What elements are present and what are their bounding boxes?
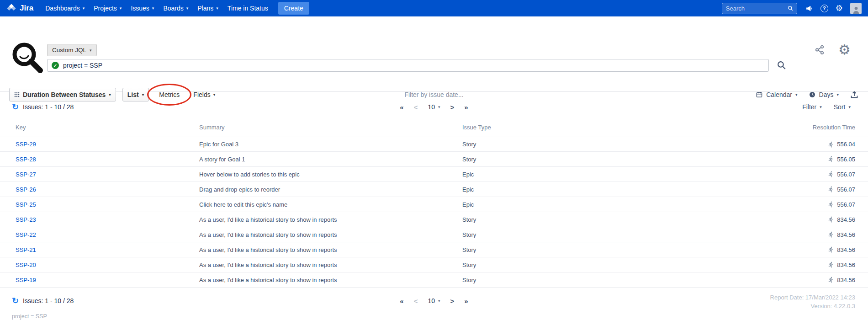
issue-key-link[interactable]: SSP-28 bbox=[16, 156, 36, 163]
settings-gear-icon[interactable]: ⚙ bbox=[838, 43, 851, 57]
toolbar-right-group: Calendar ▾ Days ▾ bbox=[756, 90, 859, 99]
help-icon[interactable]: ? bbox=[820, 5, 828, 12]
page-size-dropdown[interactable]: 10 ▾ bbox=[428, 297, 440, 304]
issue-summary: As a user, I'd like a historical story t… bbox=[199, 277, 462, 283]
fields-dropdown[interactable]: Fields ▾ bbox=[190, 88, 219, 101]
user-avatar[interactable] bbox=[850, 3, 862, 14]
nav-item-plans[interactable]: Plans▾ bbox=[193, 0, 223, 16]
jira-brand[interactable]: Jira bbox=[6, 3, 33, 13]
nav-item-boards[interactable]: Boards▾ bbox=[159, 0, 193, 16]
calendar-dropdown[interactable]: Calendar ▾ bbox=[756, 91, 797, 98]
time-unit-dropdown[interactable]: Days ▾ bbox=[809, 91, 839, 98]
issue-resolution-value: 834.56 bbox=[837, 231, 855, 238]
issue-type: Story bbox=[462, 141, 746, 148]
jql-input[interactable]: ✓ project = SSP bbox=[47, 59, 769, 72]
issue-summary: Hover below to add stories to this epic bbox=[199, 171, 462, 178]
chevron-down-icon: ▾ bbox=[438, 105, 440, 109]
next-page-button[interactable]: > bbox=[450, 297, 455, 305]
issue-date-filter[interactable]: Filter by issue date... bbox=[404, 91, 463, 98]
issue-summary: As a user, I'd like a historical story t… bbox=[199, 246, 462, 253]
metrics-button[interactable]: Metrics bbox=[155, 88, 183, 101]
jira-logo-icon bbox=[6, 3, 16, 13]
chevron-down-icon: ▾ bbox=[438, 299, 440, 303]
first-page-button[interactable]: « bbox=[400, 103, 403, 111]
filter-dropdown[interactable]: Filter ▾ bbox=[802, 103, 822, 111]
announcement-icon[interactable] bbox=[805, 5, 813, 12]
issue-type: Epic bbox=[462, 171, 746, 178]
issue-summary: As a user, I'd like a historical story t… bbox=[199, 216, 462, 223]
column-header-resolution-time: Resolution Time bbox=[746, 124, 855, 131]
page-size-value: 10 bbox=[428, 297, 435, 304]
export-icon[interactable] bbox=[850, 90, 859, 99]
issue-key-link[interactable]: SSP-26 bbox=[16, 186, 36, 193]
next-page-button[interactable]: > bbox=[450, 103, 455, 111]
issues-count-label: Issues: 1 - 10 / 28 bbox=[23, 103, 74, 111]
nav-item-time-in-status[interactable]: Time in Status bbox=[223, 0, 273, 16]
report-type-label: Duration Between Statuses bbox=[23, 91, 106, 98]
issue-key-link[interactable]: SSP-23 bbox=[16, 216, 36, 223]
nav-item-issues[interactable]: Issues▾ bbox=[126, 0, 159, 16]
issue-resolution-value: 834.56 bbox=[837, 216, 855, 223]
sort-label: Sort bbox=[834, 103, 846, 111]
sort-dropdown[interactable]: Sort ▾ bbox=[834, 103, 851, 111]
table-row[interactable]: SSP-20 As a user, I'd like a historical … bbox=[0, 257, 868, 272]
issue-type: Story bbox=[462, 216, 746, 223]
page-size-value: 10 bbox=[428, 103, 435, 111]
table-row[interactable]: SSP-25 Click here to edit this epic's na… bbox=[0, 197, 868, 212]
nav-item-dashboards[interactable]: Dashboards▾ bbox=[41, 0, 89, 16]
table-row[interactable]: SSP-23 As a user, I'd like a historical … bbox=[0, 212, 868, 227]
report-type-dropdown[interactable]: Duration Between Statuses ▾ bbox=[9, 88, 116, 101]
issue-type: Epic bbox=[462, 201, 746, 208]
issue-key-link[interactable]: SSP-25 bbox=[16, 201, 36, 208]
table-row[interactable]: SSP-21 As a user, I'd like a historical … bbox=[0, 242, 868, 257]
page-size-dropdown[interactable]: 10 ▾ bbox=[428, 103, 440, 111]
issue-summary: Epic for Goal 3 bbox=[199, 141, 462, 148]
jql-search-button[interactable] bbox=[777, 60, 786, 72]
table-row[interactable]: SSP-27 Hover below to add stories to thi… bbox=[0, 167, 868, 182]
gear-icon[interactable]: ⚙ bbox=[836, 4, 843, 12]
view-dropdown[interactable]: List ▾ bbox=[122, 88, 149, 101]
chevron-down-icon: ▾ bbox=[820, 105, 822, 109]
search-icon[interactable] bbox=[788, 5, 793, 11]
nav-search-box[interactable] bbox=[722, 3, 797, 14]
filter-label: Filter bbox=[802, 103, 816, 111]
issue-summary: As a user, I'd like a historical story t… bbox=[199, 231, 462, 238]
issue-key-link[interactable]: SSP-27 bbox=[16, 171, 36, 178]
create-button[interactable]: Create bbox=[278, 2, 309, 15]
table-row[interactable]: SSP-22 As a user, I'd like a historical … bbox=[0, 227, 868, 242]
issue-key-link[interactable]: SSP-21 bbox=[16, 246, 36, 253]
issue-resolution-value: 556.07 bbox=[837, 171, 855, 178]
table-row[interactable]: SSP-26 Drag and drop epics to reorder Ep… bbox=[0, 182, 868, 197]
nav-item-projects[interactable]: Projects▾ bbox=[89, 0, 126, 16]
column-header-key: Key bbox=[16, 124, 199, 131]
issue-key-link[interactable]: SSP-20 bbox=[16, 262, 36, 268]
chevron-down-icon: ▾ bbox=[120, 6, 122, 11]
last-page-button[interactable]: » bbox=[464, 103, 468, 111]
issues-count-label-bottom: Issues: 1 - 10 / 28 bbox=[23, 297, 74, 304]
app-header: Custom JQL ▾ ✓ project = SSP ⚙ bbox=[0, 16, 868, 92]
chevron-down-icon: ▾ bbox=[152, 6, 154, 11]
last-page-button[interactable]: » bbox=[464, 297, 468, 305]
issue-key-link[interactable]: SSP-22 bbox=[16, 231, 36, 238]
issue-resolution-value: 556.05 bbox=[837, 156, 855, 163]
refresh-button[interactable]: ↻ Issues: 1 - 10 / 28 bbox=[12, 103, 74, 111]
issue-table: Key Summary Issue Type Resolution Time S… bbox=[0, 120, 868, 288]
jql-mode-dropdown[interactable]: Custom JQL ▾ bbox=[47, 44, 97, 56]
first-page-button[interactable]: « bbox=[400, 297, 403, 305]
refresh-button-bottom[interactable]: ↻ Issues: 1 - 10 / 28 bbox=[12, 297, 74, 305]
table-row[interactable]: SSP-28 A story for Goal 1 Story 556.05 bbox=[0, 152, 868, 167]
report-version: Version: 4.22.0.3 bbox=[770, 302, 855, 310]
table-row[interactable]: SSP-19 As a user, I'd like a historical … bbox=[0, 272, 868, 288]
issue-key-link[interactable]: SSP-19 bbox=[16, 277, 36, 283]
share-icon[interactable] bbox=[815, 45, 825, 55]
chevron-down-icon: ▾ bbox=[186, 6, 189, 11]
prev-page-button[interactable]: < bbox=[414, 297, 418, 305]
footer-jql-echo: project = SSP bbox=[0, 313, 868, 320]
issue-resolution-value: 556.07 bbox=[837, 186, 855, 193]
prev-page-button[interactable]: < bbox=[414, 103, 418, 111]
issue-resolution-value: 834.56 bbox=[837, 262, 855, 268]
issue-key-link[interactable]: SSP-29 bbox=[16, 141, 36, 148]
table-row[interactable]: SSP-29 Epic for Goal 3 Story 556.04 bbox=[0, 137, 868, 152]
nav-search-input[interactable] bbox=[726, 5, 785, 12]
column-header-issue-type: Issue Type bbox=[462, 124, 746, 131]
